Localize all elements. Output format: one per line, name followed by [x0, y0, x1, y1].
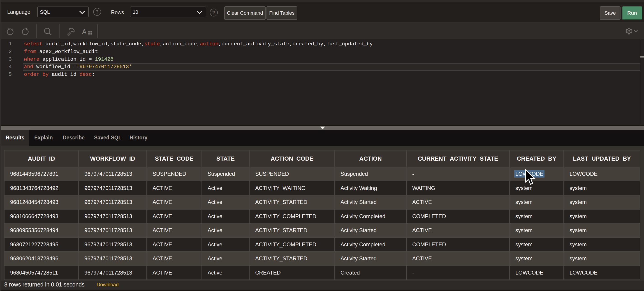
svg-text:A: A [82, 28, 87, 36]
